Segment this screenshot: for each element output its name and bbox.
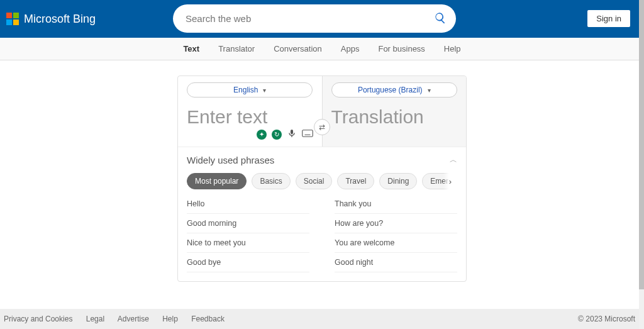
chip-dining[interactable]: Dining [379,173,417,189]
phrases-section: Widely used phrases ︿ Most popular Basic… [178,147,466,281]
chevron-right-icon: › [449,177,452,186]
target-language-label: Portuguese (Brazil) [358,86,423,94]
svg-rect-0 [302,130,313,137]
chevron-down-icon: ▾ [428,87,431,94]
microsoft-logo-icon [6,13,19,25]
grammarly-icon[interactable]: ✦ [257,130,267,140]
footer-link-help[interactable]: Help [162,315,178,323]
tab-for-business[interactable]: For business [378,44,425,53]
grammarly-refresh-icon[interactable]: ↻ [272,130,282,140]
chip-travel[interactable]: Travel [337,173,374,189]
source-language-label: English [233,86,258,94]
keyboard-icon [302,129,313,138]
chip-basics[interactable]: Basics [252,173,290,189]
brand[interactable]: Microsoft Bing [6,13,96,26]
phrase-item[interactable]: Good bye [187,253,309,272]
footer-link-advertise[interactable]: Advertise [118,315,149,323]
phrase-item[interactable]: Good night [335,253,457,272]
microphone-icon [287,128,297,138]
microphone-button[interactable] [287,128,297,140]
search-input[interactable] [173,4,456,33]
tab-help[interactable]: Help [444,44,461,53]
phrases-title: Widely used phrases [187,155,274,165]
phrase-item[interactable]: Nice to meet you [187,233,309,253]
phrase-list: Hello Thank you Good morning How are you… [187,194,457,272]
target-pane: Portuguese (Brazil) ▾ Translation [323,76,467,147]
footer-link-feedback[interactable]: Feedback [191,315,225,323]
collapse-button[interactable]: ︿ [450,155,457,165]
chevron-down-icon: ▾ [263,87,266,94]
tab-text[interactable]: Text [183,44,199,53]
source-tools: ✦ ↻ [257,128,313,140]
chevron-up-icon: ︿ [450,155,457,164]
chip-social[interactable]: Social [296,173,333,189]
translator-card: English ▾ Enter text ✦ ↻ ⇄ Portuguese (B… [177,75,467,282]
source-pane: English ▾ Enter text ✦ ↻ [178,76,323,147]
scrollbar[interactable] [639,0,644,329]
search-button[interactable] [434,11,447,26]
scrollbar-thumb[interactable] [639,0,644,289]
keyboard-button[interactable] [302,129,313,140]
tab-apps[interactable]: Apps [341,44,360,53]
phrase-item[interactable]: Good morning [187,214,309,233]
footer-link-legal[interactable]: Legal [86,315,104,323]
footer-link-privacy[interactable]: Privacy and Cookies [4,315,72,323]
footer-copyright: © 2023 Microsoft [578,315,635,323]
target-text-output: Translation [331,106,458,139]
top-bar: Microsoft Bing Sign in [0,0,644,38]
phrase-item[interactable]: Thank you [335,194,457,214]
translation-panes: English ▾ Enter text ✦ ↻ ⇄ Portuguese (B… [178,76,466,147]
search-wrap [173,4,456,33]
phrase-item[interactable]: How are you? [335,214,457,233]
search-icon [434,11,447,24]
tab-conversation[interactable]: Conversation [274,44,322,53]
phrase-categories: Most popular Basics Social Travel Dining… [187,173,457,189]
source-language-selector[interactable]: English ▾ [187,82,313,98]
swap-languages-button[interactable]: ⇄ [314,119,330,135]
phrase-item[interactable]: You are welcome [335,233,457,253]
categories-scroll-right[interactable]: › [443,173,457,189]
target-language-selector[interactable]: Portuguese (Brazil) ▾ [331,82,457,98]
signin-button[interactable]: Sign in [587,10,630,27]
tab-translator[interactable]: Translator [218,44,255,53]
footer: Privacy and Cookies Legal Advertise Help… [0,309,639,329]
swap-icon: ⇄ [319,123,325,131]
nav-tabs: Text Translator Conversation Apps For bu… [0,38,644,60]
brand-text: Microsoft Bing [24,13,96,26]
footer-links: Privacy and Cookies Legal Advertise Help… [4,315,236,323]
chip-most-popular[interactable]: Most popular [187,173,247,189]
phrase-item[interactable]: Hello [187,194,309,214]
phrases-header: Widely used phrases ︿ [187,155,457,165]
